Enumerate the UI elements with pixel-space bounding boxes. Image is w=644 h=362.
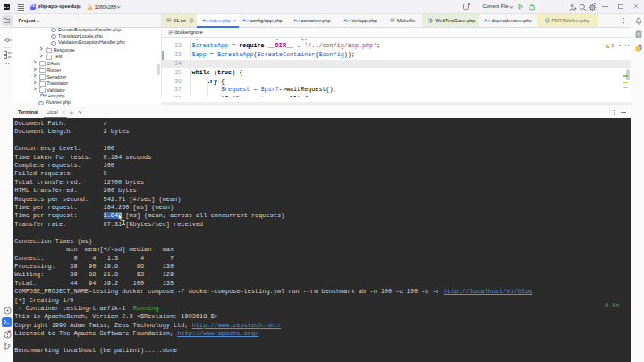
- svg-text:P: P: [546, 19, 548, 23]
